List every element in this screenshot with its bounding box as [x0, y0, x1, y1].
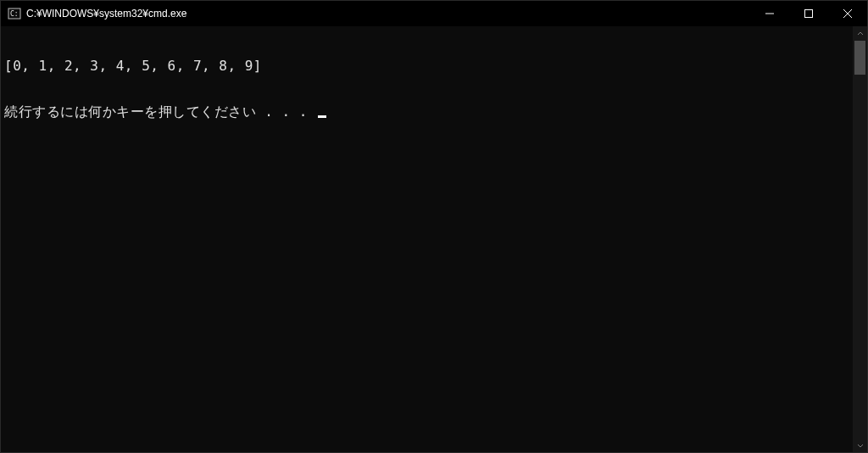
cmd-icon: C: — [8, 7, 21, 20]
svg-line-5 — [843, 9, 852, 18]
prompt-line: 続行するには何かキーを押してください . . . — [4, 104, 849, 120]
maximize-button[interactable] — [789, 1, 828, 26]
scroll-up-button[interactable] — [853, 26, 867, 41]
output-line: [0, 1, 2, 3, 4, 5, 6, 7, 8, 9] — [4, 59, 849, 74]
minimize-button[interactable] — [750, 1, 789, 26]
titlebar[interactable]: C: C:¥WINDOWS¥system32¥cmd.exe — [1, 1, 867, 26]
vertical-scrollbar[interactable] — [853, 26, 867, 452]
close-icon — [843, 9, 852, 18]
window-controls — [750, 1, 867, 26]
scroll-down-button[interactable] — [853, 438, 867, 452]
svg-rect-3 — [805, 10, 813, 18]
window-title: C:¥WINDOWS¥system32¥cmd.exe — [26, 8, 186, 20]
svg-text:C:: C: — [10, 10, 19, 18]
chevron-up-icon — [857, 31, 864, 37]
prompt-text: 続行するには何かキーを押してください . . . — [4, 103, 316, 120]
scroll-thumb[interactable] — [854, 41, 865, 75]
cmd-window: C: C:¥WINDOWS¥system32¥cmd.exe — [0, 0, 868, 453]
minimize-icon — [765, 9, 774, 18]
text-cursor — [318, 115, 326, 118]
chevron-down-icon — [857, 442, 864, 449]
close-button[interactable] — [828, 1, 867, 26]
client-area: [0, 1, 2, 3, 4, 5, 6, 7, 8, 9] 続行するには何かキ… — [1, 26, 867, 452]
svg-line-4 — [843, 9, 852, 18]
maximize-icon — [804, 9, 813, 18]
console-output[interactable]: [0, 1, 2, 3, 4, 5, 6, 7, 8, 9] 続行するには何かキ… — [1, 26, 853, 452]
scroll-track[interactable] — [853, 41, 867, 438]
